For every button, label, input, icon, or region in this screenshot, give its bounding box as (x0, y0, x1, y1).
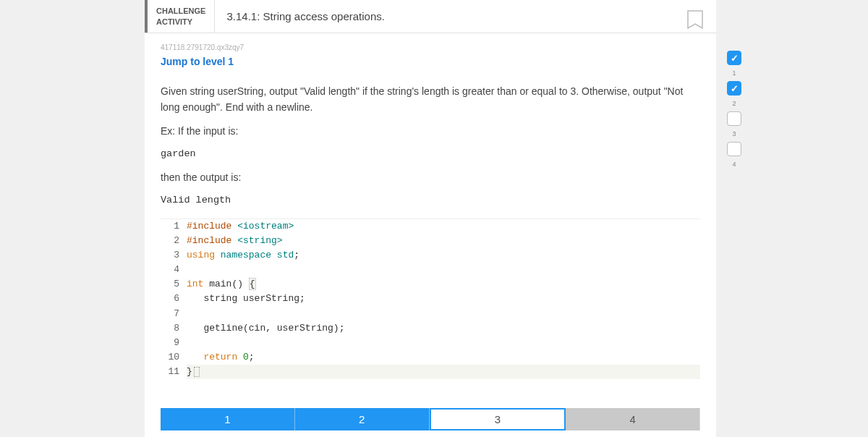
progress-label-1: 1 (732, 69, 736, 77)
example-input: garden (161, 146, 700, 162)
level-bar: 1 2 3 4 (161, 408, 700, 430)
level-tab-4[interactable]: 4 (566, 408, 700, 430)
level-tab-2[interactable]: 2 (295, 408, 430, 430)
level-tab-1[interactable]: 1 (161, 408, 295, 430)
progress-box-2[interactable] (727, 81, 741, 96)
prompt-text: Given string userString, output "Valid l… (161, 83, 700, 208)
cursor-icon (194, 367, 200, 377)
prompt-p3: then the output is: (161, 169, 700, 185)
challenge-card: CHALLENGE ACTIVITY 3.14.1: String access… (145, 0, 716, 437)
progress-sidebar: 1 2 3 4 (723, 51, 745, 168)
progress-label-2: 2 (732, 100, 736, 107)
badge-line1: CHALLENGE (156, 6, 205, 16)
progress-label-4: 4 (732, 161, 736, 168)
badge-line2: ACTIVITY (156, 17, 205, 27)
progress-box-3[interactable] (727, 111, 741, 126)
code-editor[interactable]: 1#include <iostream> 2#include <string> … (161, 218, 700, 380)
question-id: 417118.2791720.qx3zqy7 (161, 43, 700, 51)
jump-to-level-link[interactable]: Jump to level 1 (161, 56, 234, 67)
challenge-title: 3.14.1: String access operations. (215, 0, 684, 33)
progress-box-4[interactable] (727, 142, 741, 156)
prompt-p2: Ex: If the input is: (161, 123, 700, 139)
bookmark-icon[interactable] (684, 7, 706, 33)
card-header: CHALLENGE ACTIVITY 3.14.1: String access… (145, 0, 716, 33)
level-tab-3[interactable]: 3 (430, 408, 566, 430)
card-body: 417118.2791720.qx3zqy7 Jump to level 1 G… (145, 33, 716, 386)
example-output: Valid length (161, 192, 700, 208)
progress-label-3: 3 (732, 130, 736, 137)
prompt-p1: Given string userString, output "Valid l… (161, 83, 700, 116)
challenge-badge: CHALLENGE ACTIVITY (145, 0, 215, 33)
progress-box-1[interactable] (727, 51, 741, 65)
